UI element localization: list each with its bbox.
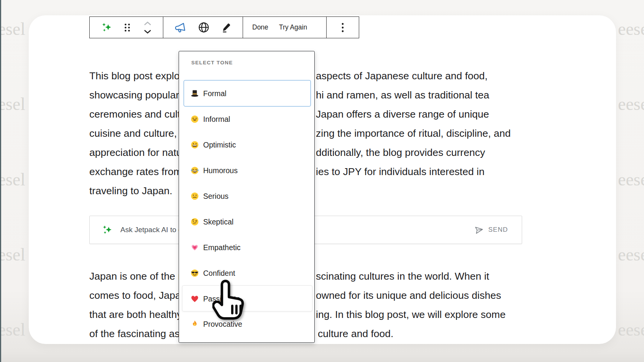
grinning-face-icon <box>191 141 199 149</box>
paragraph-line-left-fragment: Japan is one of the most fa <box>89 267 179 286</box>
window-left-edge <box>0 0 1 362</box>
watermark-text: eesel <box>0 94 25 114</box>
paragraph-line-right-fragment: Japan offers a diverse range of unique <box>316 105 489 124</box>
watermark-text: eesel <box>0 169 25 190</box>
paragraph-line-right-fragment: scinating cultures in the world. When it <box>316 267 489 286</box>
pencil-edit-icon <box>221 22 232 33</box>
toolbar-group-actions: Done Try Again <box>243 17 327 38</box>
move-up-icon <box>143 21 152 26</box>
tone-option-skeptical[interactable]: Skeptical <box>179 215 314 228</box>
tone-option-confident[interactable]: Confident <box>179 267 314 280</box>
translate-button[interactable] <box>197 21 210 34</box>
watermark-text: eesel <box>0 19 25 39</box>
send-button[interactable]: SEND <box>475 225 522 234</box>
tone-option-label: Confident <box>203 269 235 278</box>
drag-handle-button[interactable] <box>123 22 132 33</box>
move-down-icon <box>143 29 152 34</box>
tone-button[interactable] <box>173 21 187 34</box>
paragraph-line-left-fragment: showcasing popular dishes like sus <box>89 85 179 105</box>
paragraph-line-right-fragment: aspects of Japanese culture and food, <box>316 66 488 85</box>
smiling-face-icon <box>191 115 199 123</box>
red-heart-icon <box>191 295 199 303</box>
paragraph-line-right-fragment: hi and ramen, as well as traditional tea <box>316 85 489 105</box>
tone-option-humorous[interactable]: Humorous <box>179 164 314 177</box>
tone-option-label: Formal <box>203 89 227 98</box>
tone-option-label: Empathetic <box>203 243 241 252</box>
top-hat-icon <box>191 89 199 98</box>
jetpack-ai-sparkles-icon <box>101 22 112 33</box>
try-again-button[interactable]: Try Again <box>279 23 307 31</box>
drag-handle-icon <box>123 23 131 33</box>
tone-option-serious[interactable]: Serious <box>179 190 314 203</box>
move-up-button[interactable] <box>143 21 153 26</box>
send-label: SEND <box>488 226 508 234</box>
paragraph-line-left-fragment: ceremonies and cultural practices. <box>89 105 179 124</box>
paragraph-line-left-fragment: that are both healthy and appetiz <box>89 305 179 324</box>
tone-option-optimistic[interactable]: Optimistic <box>179 138 314 151</box>
tone-option-label: Informal <box>203 115 230 124</box>
megaphone-tone-icon <box>174 21 186 34</box>
select-tone-header: SELECT TONE <box>191 60 233 66</box>
paragraph-line-right-fragment: owned for its unique and delicious dishe… <box>316 286 501 305</box>
joy-face-icon <box>191 166 199 175</box>
paragraph-line-left-fragment: traveling to Japan. <box>89 181 179 200</box>
tone-option-label: Optimistic <box>203 141 236 149</box>
hand-pointer-cursor <box>212 279 248 323</box>
send-plane-icon <box>475 225 484 234</box>
move-block-controls <box>143 21 153 34</box>
block-toolbar: Done Try Again <box>89 16 359 38</box>
watermark-text: eesel <box>618 94 644 114</box>
paragraph-line-right-fragment: zing the importance of ritual, disciplin… <box>316 124 511 143</box>
paragraph-line-left-fragment: exchange rates from various currenc <box>89 162 179 181</box>
jetpack-ai-block-button[interactable] <box>100 21 112 33</box>
paragraph-line-left-fragment: This blog post explores various <box>89 66 179 85</box>
fire-icon <box>191 320 199 328</box>
globe-translate-icon <box>198 21 210 33</box>
neutral-face-icon <box>191 192 199 200</box>
watermark-text: eesel <box>618 319 644 340</box>
jetpack-ai-sparkles-icon <box>102 225 112 235</box>
tone-option-informal[interactable]: Informal <box>179 113 314 126</box>
paragraph-line-right-fragment: dditionally, the blog provides currency <box>316 143 485 162</box>
paragraph-line-left-fragment: comes to food, Japan is ren <box>89 286 179 305</box>
raised-eyebrow-face-icon <box>191 218 199 226</box>
tone-option-label: Serious <box>203 192 228 201</box>
tone-option-label: Skeptical <box>203 218 233 226</box>
watermark-text: eesel <box>618 19 644 39</box>
toolbar-group-block <box>90 17 163 38</box>
toolbar-group-more <box>327 17 359 38</box>
more-options-button[interactable] <box>340 21 345 34</box>
move-down-button[interactable] <box>143 29 153 34</box>
watermark-text: eesel <box>618 244 644 265</box>
paragraph-line-right-fragment: ing. In this blog post, we will explore … <box>316 305 506 324</box>
watermark-text: eesel <box>618 169 644 190</box>
paragraph-line-left-fragment: cuisine and culture, emphasi <box>89 124 179 143</box>
watermark-text: eesel <box>0 319 25 340</box>
kebab-menu-icon <box>341 22 344 33</box>
edit-button[interactable] <box>220 21 233 34</box>
paragraph-line-right-fragment: culture and food. <box>318 324 393 343</box>
sunglasses-face-icon <box>191 269 199 277</box>
growing-heart-icon <box>191 243 199 252</box>
paragraph-line-left-fragment: of the fascinating aspects of Japanese <box>89 324 179 343</box>
paragraph-line-right-fragment: ies to JPY for individuals interested in <box>316 162 485 181</box>
tone-option-empathetic[interactable]: Empathetic <box>179 241 314 254</box>
paragraph-line-left-fragment: appreciation for nature and art. A <box>89 143 179 162</box>
done-button[interactable]: Done <box>252 23 268 31</box>
toolbar-group-ai-actions <box>163 17 243 38</box>
tone-option-formal[interactable]: Formal <box>179 87 314 100</box>
watermark-text: eesel <box>0 244 25 265</box>
tone-option-label: Humorous <box>203 166 238 175</box>
